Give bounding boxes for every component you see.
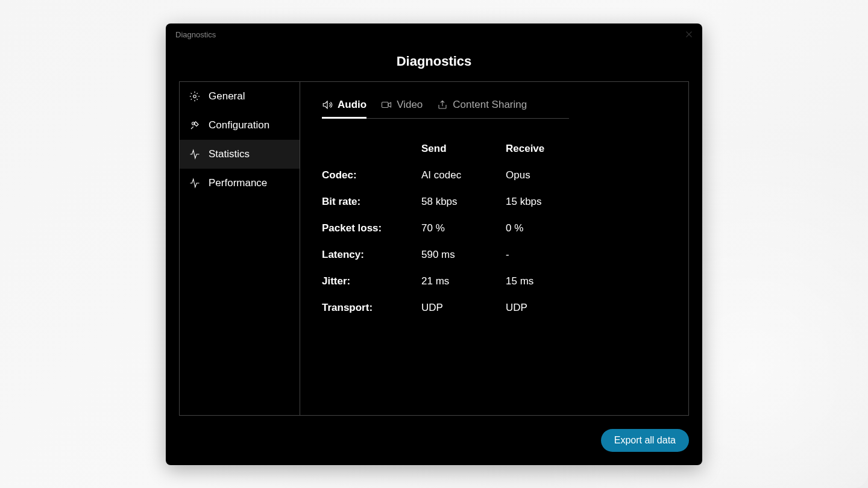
- stats-table: Send Receive Codec: AI codec Opus Bit ra…: [322, 136, 667, 321]
- activity-icon: [189, 178, 200, 189]
- content-area: General Configuration Statistics Perform…: [179, 81, 689, 416]
- stat-receive-value: UDP: [506, 302, 527, 314]
- tab-video[interactable]: Video: [381, 96, 423, 118]
- sidebar-item-performance[interactable]: Performance: [180, 169, 300, 198]
- tab-label: Content Sharing: [453, 99, 527, 111]
- sidebar: General Configuration Statistics Perform…: [180, 82, 300, 415]
- table-row: Transport: UDP UDP: [322, 295, 667, 321]
- titlebar-title: Diagnostics: [175, 30, 216, 39]
- table-header-row: Send Receive: [322, 136, 667, 162]
- tab-bar: Audio Video Content Sharing: [322, 96, 569, 119]
- tab-label: Video: [397, 99, 423, 111]
- stat-receive-value: 15 kbps: [506, 196, 542, 208]
- export-all-data-button[interactable]: Export all data: [601, 429, 689, 452]
- stat-label: Latency:: [322, 249, 421, 261]
- main-panel: Audio Video Content Sharing: [300, 82, 688, 415]
- stat-send-value: UDP: [421, 302, 506, 314]
- stat-receive-value: 15 ms: [506, 275, 533, 287]
- stat-receive-value: -: [506, 249, 509, 261]
- sidebar-item-configuration[interactable]: Configuration: [180, 111, 300, 140]
- speaker-icon: [322, 99, 333, 110]
- sidebar-item-general[interactable]: General: [180, 82, 300, 111]
- table-row: Codec: AI codec Opus: [322, 162, 667, 189]
- stat-label: Packet loss:: [322, 222, 421, 234]
- stat-send-value: AI codec: [421, 169, 506, 181]
- tools-icon: [189, 120, 200, 131]
- stat-label: Jitter:: [322, 275, 421, 287]
- stat-send-value: 58 kbps: [421, 196, 506, 208]
- table-header-receive: Receive: [506, 143, 544, 155]
- stat-send-value: 70 %: [421, 222, 506, 234]
- activity-icon: [189, 149, 200, 160]
- stat-receive-value: 0 %: [506, 222, 523, 234]
- stat-receive-value: Opus: [506, 169, 530, 181]
- table-row: Jitter: 21 ms 15 ms: [322, 268, 667, 295]
- table-row: Latency: 590 ms -: [322, 242, 667, 268]
- stat-label: Codec:: [322, 169, 421, 181]
- stat-label: Transport:: [322, 302, 421, 314]
- gear-icon: [189, 91, 200, 102]
- svg-rect-1: [382, 102, 389, 107]
- close-button[interactable]: [683, 28, 695, 40]
- svg-point-0: [193, 95, 197, 98]
- stat-send-value: 590 ms: [421, 249, 506, 261]
- stat-send-value: 21 ms: [421, 275, 506, 287]
- table-row: Bit rate: 58 kbps 15 kbps: [322, 189, 667, 215]
- table-header-send: Send: [421, 143, 506, 155]
- tab-label: Audio: [338, 99, 366, 111]
- sidebar-item-label: General: [209, 90, 245, 102]
- titlebar: Diagnostics: [166, 23, 702, 46]
- page-title: Diagnostics: [166, 54, 702, 69]
- dialog-header: Diagnostics: [166, 46, 702, 81]
- sidebar-item-statistics[interactable]: Statistics: [180, 140, 300, 169]
- dialog-footer: Export all data: [166, 429, 702, 465]
- table-header-empty: [322, 143, 421, 155]
- sidebar-item-label: Performance: [209, 177, 267, 189]
- table-row: Packet loss: 70 % 0 %: [322, 215, 667, 242]
- video-icon: [381, 99, 392, 110]
- stat-label: Bit rate:: [322, 196, 421, 208]
- tab-content-sharing[interactable]: Content Sharing: [437, 96, 527, 118]
- share-icon: [437, 99, 448, 110]
- sidebar-item-label: Statistics: [209, 148, 250, 160]
- sidebar-item-label: Configuration: [209, 119, 269, 131]
- diagnostics-dialog: Diagnostics Diagnostics General Configur…: [166, 23, 702, 465]
- tab-audio[interactable]: Audio: [322, 96, 366, 118]
